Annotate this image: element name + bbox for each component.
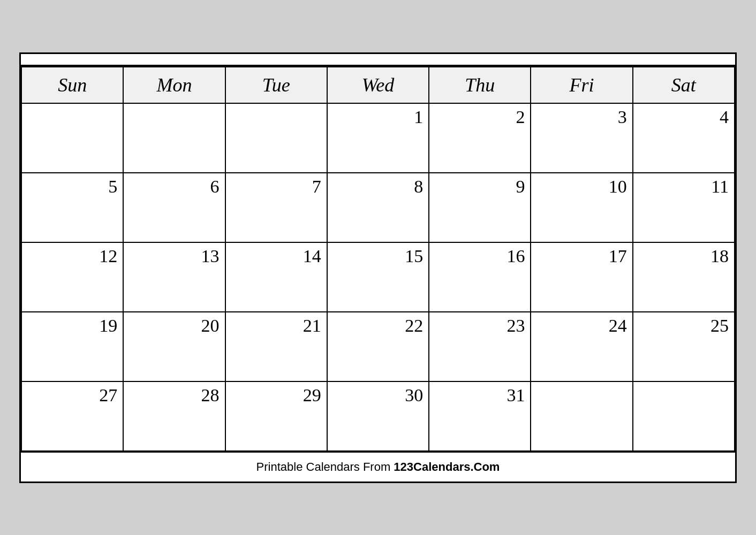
calendar-cell: 19 — [21, 312, 123, 381]
calendar-cell: 14 — [225, 242, 327, 312]
calendar-cell: 8 — [327, 173, 429, 242]
day-header-mon: Mon — [123, 67, 225, 103]
day-header-thu: Thu — [429, 67, 531, 103]
day-header-wed: Wed — [327, 67, 429, 103]
calendar-cell — [123, 103, 225, 173]
day-header-sat: Sat — [633, 67, 735, 103]
calendar-cell: 4 — [633, 103, 735, 173]
week-row-3: 12131415161718 — [21, 242, 735, 312]
calendar-cell: 16 — [429, 242, 531, 312]
week-row-5: 2728293031 — [21, 381, 735, 451]
calendar-cell: 18 — [633, 242, 735, 312]
calendar-cell — [21, 103, 123, 173]
days-header-row: SunMonTueWedThuFriSat — [21, 67, 735, 103]
calendar-cell: 31 — [429, 381, 531, 451]
calendar-cell: 11 — [633, 173, 735, 242]
calendar-cell — [531, 381, 632, 451]
calendar-cell: 17 — [531, 242, 632, 312]
calendar-cell: 9 — [429, 173, 531, 242]
calendar-cell: 24 — [531, 312, 632, 381]
week-row-4: 19202122232425 — [21, 312, 735, 381]
calendar-cell: 7 — [225, 173, 327, 242]
calendar-cell: 29 — [225, 381, 327, 451]
footer-text: Printable Calendars From — [256, 460, 394, 473]
calendar-cell: 20 — [123, 312, 225, 381]
calendar-cell: 15 — [327, 242, 429, 312]
calendar-table: SunMonTueWedThuFriSat 123456789101112131… — [21, 66, 735, 452]
week-row-2: 567891011 — [21, 173, 735, 242]
day-header-fri: Fri — [531, 67, 632, 103]
calendar-cell: 6 — [123, 173, 225, 242]
calendar-cell — [225, 103, 327, 173]
calendar-cell — [633, 381, 735, 451]
calendar-cell: 2 — [429, 103, 531, 173]
calendar-cell: 23 — [429, 312, 531, 381]
calendar-cell: 10 — [531, 173, 632, 242]
calendar-cell: 12 — [21, 242, 123, 312]
calendar-cell: 27 — [21, 381, 123, 451]
day-header-tue: Tue — [225, 67, 327, 103]
calendar-cell: 1 — [327, 103, 429, 173]
calendar-cell: 25 — [633, 312, 735, 381]
calendar-cell: 22 — [327, 312, 429, 381]
calendar-cell: 21 — [225, 312, 327, 381]
calendar-cell: 30 — [327, 381, 429, 451]
calendar-title — [21, 54, 735, 66]
calendar-cell: 28 — [123, 381, 225, 451]
day-header-sun: Sun — [21, 67, 123, 103]
calendar-cell: 3 — [531, 103, 632, 173]
calendar-cell: 13 — [123, 242, 225, 312]
calendar-cell: 5 — [21, 173, 123, 242]
week-row-1: 1234 — [21, 103, 735, 173]
calendar-container: SunMonTueWedThuFriSat 123456789101112131… — [19, 52, 737, 483]
footer: Printable Calendars From 123Calendars.Co… — [21, 452, 735, 482]
footer-site: 123Calendars.Com — [394, 460, 500, 473]
